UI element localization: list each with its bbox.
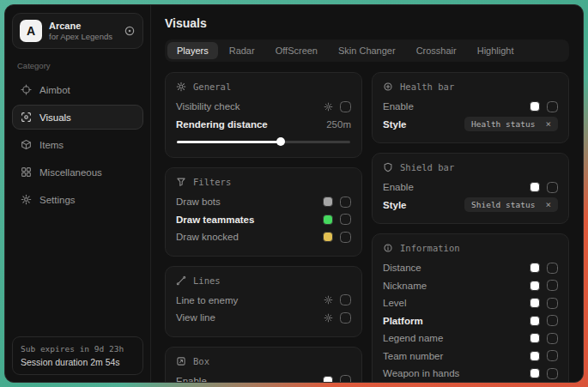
color-swatch[interactable] bbox=[323, 197, 333, 207]
setting-row: Legend name bbox=[383, 330, 558, 348]
setting-row: Platform bbox=[383, 312, 558, 330]
checkbox-view-line[interactable] bbox=[340, 312, 351, 324]
close-icon[interactable]: × bbox=[545, 119, 551, 129]
crosshair-icon bbox=[21, 84, 32, 95]
checkbox-nickname[interactable] bbox=[547, 280, 558, 291]
sidebar-item-settings[interactable]: Settings bbox=[12, 187, 143, 212]
color-swatch[interactable] bbox=[323, 376, 333, 382]
tab-offscreen[interactable]: OffScreen bbox=[266, 42, 327, 59]
sidebar-item-label: Aimbot bbox=[39, 85, 70, 95]
color-swatch[interactable] bbox=[530, 316, 540, 326]
settings-icon[interactable] bbox=[324, 295, 333, 305]
color-swatch[interactable] bbox=[323, 215, 333, 225]
color-swatch[interactable] bbox=[530, 351, 540, 361]
checkbox-enable[interactable] bbox=[340, 375, 351, 382]
sidebar-item-items[interactable]: Items bbox=[12, 132, 143, 157]
card-information: InformationDistanceNicknameLevelPlatform… bbox=[372, 233, 569, 382]
app-logo: A bbox=[20, 20, 42, 42]
tab-players[interactable]: Players bbox=[167, 42, 218, 59]
row-label: Weapon in hands bbox=[383, 368, 459, 378]
scan-icon bbox=[21, 112, 32, 123]
session-duration-text: Session duration 2m 54s bbox=[21, 357, 135, 367]
close-icon[interactable]: × bbox=[545, 200, 551, 209]
style-select[interactable]: Health status× bbox=[464, 117, 558, 131]
card-filters: FiltersDraw botsDraw teammatesDraw knock… bbox=[165, 167, 362, 257]
card-header: General bbox=[176, 82, 351, 92]
checkbox-enable[interactable] bbox=[547, 101, 558, 112]
color-swatch[interactable] bbox=[530, 182, 540, 192]
setting-row: Visibility check bbox=[176, 98, 351, 116]
desktop-background: A Arcane for Apex Legends Category Aimbo… bbox=[0, 0, 588, 387]
rendering-distance-slider[interactable] bbox=[177, 138, 350, 146]
color-swatch[interactable] bbox=[323, 232, 333, 242]
sun-icon bbox=[176, 82, 186, 92]
checkbox-distance[interactable] bbox=[547, 263, 558, 274]
line-icon bbox=[176, 275, 186, 286]
setting-row: Draw bots bbox=[176, 193, 351, 211]
row-label: Draw knocked bbox=[176, 232, 239, 242]
box-icon bbox=[176, 356, 186, 366]
checkbox-visibility-check[interactable] bbox=[340, 101, 351, 112]
row-controls bbox=[323, 375, 351, 382]
settings-icon[interactable] bbox=[324, 102, 333, 112]
checkbox-legend-name[interactable] bbox=[547, 333, 558, 344]
tab-crosshair[interactable]: Crosshair bbox=[407, 42, 466, 59]
tab-bar: PlayersRadarOffScreenSkin ChangerCrossha… bbox=[165, 39, 569, 62]
checkbox-level[interactable] bbox=[547, 298, 558, 309]
target-icon[interactable] bbox=[124, 25, 136, 37]
row-label: Distance bbox=[383, 263, 421, 273]
checkbox-team-number[interactable] bbox=[547, 350, 558, 361]
brand-text: Arcane for Apex Legends bbox=[49, 21, 112, 41]
setting-row: Weapon in hands bbox=[383, 365, 558, 382]
setting-row: Team number bbox=[383, 348, 558, 366]
color-swatch[interactable] bbox=[530, 298, 540, 308]
setting-row: Enable bbox=[383, 178, 558, 197]
card-title: Information bbox=[400, 243, 460, 253]
slider-thumb[interactable] bbox=[276, 137, 285, 146]
checkbox-line-to-enemy[interactable] bbox=[340, 294, 351, 305]
row-value: 250m bbox=[326, 119, 351, 130]
sub-expires-text: Sub expires in 9d 23h bbox=[21, 344, 135, 354]
checkbox-weapon-in-hands[interactable] bbox=[547, 368, 558, 379]
checkbox-platform[interactable] bbox=[547, 315, 558, 326]
app-subtitle: for Apex Legends bbox=[49, 32, 112, 41]
checkbox-draw-bots[interactable] bbox=[340, 197, 351, 208]
color-swatch[interactable] bbox=[530, 368, 540, 378]
row-controls bbox=[530, 101, 558, 112]
cards-area: GeneralVisibility checkRendering distanc… bbox=[165, 72, 569, 382]
color-swatch[interactable] bbox=[530, 101, 540, 112]
sidebar-item-visuals[interactable]: Visuals bbox=[12, 105, 143, 130]
row-label: Visibility check bbox=[176, 101, 240, 112]
card-box: BoxEnableEnable background bbox=[165, 347, 362, 383]
sidebar: A Arcane for Apex Legends Category Aimbo… bbox=[5, 5, 151, 382]
row-controls bbox=[323, 197, 351, 208]
checkbox-draw-knocked[interactable] bbox=[340, 232, 351, 243]
row-label: Draw teammates bbox=[176, 215, 254, 225]
sidebar-item-miscellaneous[interactable]: Miscellaneous bbox=[12, 160, 143, 184]
color-swatch[interactable] bbox=[530, 263, 540, 273]
setting-row: Level bbox=[383, 294, 558, 312]
color-swatch[interactable] bbox=[530, 333, 540, 343]
card-header: Shield bar bbox=[383, 162, 558, 172]
setting-row: Draw knocked bbox=[176, 228, 351, 246]
page-title: Visuals bbox=[165, 16, 569, 30]
setting-row: Nickname bbox=[383, 277, 558, 295]
main-panel: Visuals PlayersRadarOffScreenSkin Change… bbox=[151, 5, 583, 382]
row-controls bbox=[323, 214, 351, 225]
card-lines: LinesLine to enemyView line bbox=[165, 266, 362, 337]
color-swatch[interactable] bbox=[530, 281, 540, 291]
row-controls: Shield status× bbox=[464, 197, 558, 212]
sidebar-item-aimbot[interactable]: Aimbot bbox=[12, 77, 143, 102]
setting-row: StyleShield status× bbox=[383, 197, 558, 215]
tab-radar[interactable]: Radar bbox=[220, 42, 264, 59]
tab-highlight[interactable]: Highlight bbox=[468, 42, 524, 59]
row-label: Enable bbox=[176, 376, 207, 382]
style-select-value: Health status bbox=[471, 119, 535, 129]
checkbox-draw-teammates[interactable] bbox=[340, 214, 351, 225]
checkbox-enable[interactable] bbox=[547, 182, 558, 193]
row-controls bbox=[530, 315, 558, 326]
style-select[interactable]: Shield status× bbox=[464, 197, 558, 212]
settings-icon[interactable] bbox=[324, 313, 333, 323]
tab-skin-changer[interactable]: Skin Changer bbox=[329, 42, 405, 59]
card-header: Box bbox=[176, 356, 351, 366]
